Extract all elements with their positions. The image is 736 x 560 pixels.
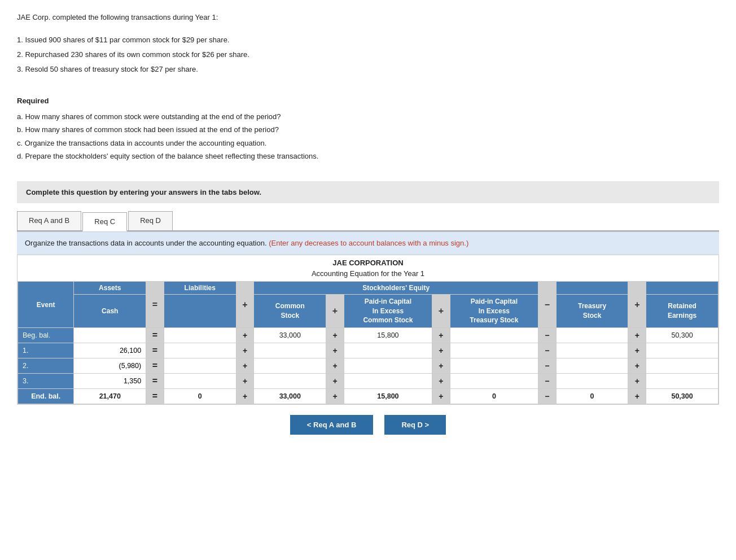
paid-excess-treasury-input[interactable] xyxy=(454,377,535,385)
common-stock-input[interactable] xyxy=(257,362,322,370)
liabilities-cell xyxy=(164,358,236,374)
equals-cell: = xyxy=(146,328,164,343)
retained-earnings-input[interactable] xyxy=(650,377,715,385)
req-item-c: c. Organize the transactions data in acc… xyxy=(17,137,719,150)
instruction-bar: Organize the transactions data in accoun… xyxy=(17,231,719,255)
instruction-text: Organize the transactions data in accoun… xyxy=(25,239,267,247)
cash-cell xyxy=(74,343,146,358)
liabilities-input[interactable] xyxy=(168,362,233,370)
retained-earnings-cell xyxy=(646,374,719,389)
tab-req-a-b[interactable]: Req A and B xyxy=(17,211,81,230)
treasury-stock-input[interactable] xyxy=(560,347,625,355)
paid-excess-treasury-input[interactable] xyxy=(454,347,535,355)
cash-input[interactable] xyxy=(77,331,142,339)
liabilities-input[interactable] xyxy=(168,347,233,355)
minus-cell: − xyxy=(538,389,556,404)
cash-cell xyxy=(74,358,146,374)
common-stock-input[interactable] xyxy=(257,347,322,355)
treasury-stock-cell: 0 xyxy=(556,389,628,404)
treasury-stock-input[interactable] xyxy=(560,331,625,339)
liabilities-sub-header xyxy=(164,294,236,327)
plus2-cell: + xyxy=(326,343,344,358)
liabilities-input[interactable] xyxy=(168,331,233,339)
liabilities-cell xyxy=(164,328,236,343)
retained-earnings-cell xyxy=(646,358,719,374)
cash-input[interactable] xyxy=(77,377,142,385)
plus3-cell: + xyxy=(432,374,450,389)
paid-excess-treasury-input[interactable] xyxy=(454,331,535,339)
equity-header: Stockholders' Equity xyxy=(254,281,538,294)
cash-cell xyxy=(74,328,146,343)
transactions-list: 1. Issued 900 shares of $11 par common s… xyxy=(17,34,719,76)
table-row: Beg. bal.=+33,000+15,800+−+50,300 xyxy=(18,328,719,343)
treasury-stock-input[interactable] xyxy=(560,362,625,370)
tab-req-d[interactable]: Req D xyxy=(128,211,173,230)
common-stock-cell xyxy=(254,374,326,389)
required-section: Required a. How many shares of common st… xyxy=(17,94,719,163)
retained-earnings-input[interactable] xyxy=(650,347,715,355)
event-cell: 1. xyxy=(18,343,74,358)
common-stock-cell xyxy=(254,343,326,358)
intro-section: JAE Corp. completed the following transa… xyxy=(17,11,719,24)
event-cell: 2. xyxy=(18,358,74,374)
paid-excess-treasury-cell xyxy=(450,358,538,374)
req-item-b: b. How many shares of common stock had b… xyxy=(17,123,719,136)
equals-cell: = xyxy=(146,389,164,404)
liabilities-cell xyxy=(164,343,236,358)
plus1-cell: + xyxy=(236,374,254,389)
table-subtitle: Accounting Equation for the Year 1 xyxy=(17,268,719,281)
retained-earnings-header: RetainedEarnings xyxy=(646,294,719,327)
plus3-cell: + xyxy=(432,389,450,404)
paid-excess-common-input[interactable] xyxy=(348,362,428,370)
minus-cell: − xyxy=(538,343,556,358)
equals-cell: = xyxy=(146,358,164,374)
treasury-stock-input[interactable] xyxy=(560,377,625,385)
plus4-cell: + xyxy=(628,328,646,343)
paid-excess-common-cell: 15,800 xyxy=(344,328,432,343)
plus4-header: + xyxy=(628,281,646,327)
treasury-stock-cell xyxy=(556,358,628,374)
retained-earnings-input[interactable] xyxy=(650,362,715,370)
cash-input[interactable] xyxy=(77,347,142,355)
plus2-cell: + xyxy=(326,358,344,374)
minus-cell: − xyxy=(538,358,556,374)
plus4-cell: + xyxy=(628,358,646,374)
event-header: Event xyxy=(18,281,74,327)
tabs-container: Req A and B Req C Req D xyxy=(17,211,719,231)
treasury-stock-cell xyxy=(556,374,628,389)
common-stock-header: CommonStock xyxy=(254,294,326,327)
plus2-sub: + xyxy=(326,294,344,327)
event-cell: Beg. bal. xyxy=(18,328,74,343)
equals-header: = xyxy=(146,281,164,327)
paid-excess-common-header: Paid-in CapitalIn ExcessCommon Stock xyxy=(344,294,432,327)
plus2-cell: + xyxy=(326,328,344,343)
plus4-cell: + xyxy=(628,374,646,389)
treasury-stock-header: TreasuryStock xyxy=(556,294,628,327)
assets-header: Assets xyxy=(74,281,146,294)
paid-excess-treasury-input[interactable] xyxy=(454,362,535,370)
paid-excess-common-cell: 15,800 xyxy=(344,389,432,404)
minus-header: − xyxy=(538,281,556,327)
plus3-cell: + xyxy=(432,343,450,358)
tab-req-c[interactable]: Req C xyxy=(82,212,127,231)
req-item-d: d. Prepare the stockholders' equity sect… xyxy=(17,150,719,163)
paid-excess-treasury-header: Paid-in CapitalIn ExcessTreasury Stock xyxy=(450,294,538,327)
next-button[interactable]: Req D > xyxy=(384,415,446,435)
accounting-equation-table: Event Assets = Liabilities + Stockholder… xyxy=(17,281,719,404)
paid-excess-common-input[interactable] xyxy=(348,377,428,385)
plus4-cell: + xyxy=(628,343,646,358)
minus-cell: − xyxy=(538,328,556,343)
liabilities-cell xyxy=(164,374,236,389)
common-stock-input[interactable] xyxy=(257,377,322,385)
plus3-sub: + xyxy=(432,294,450,327)
intro-heading: JAE Corp. completed the following transa… xyxy=(17,11,719,24)
prev-button[interactable]: < Req A and B xyxy=(290,415,374,435)
paid-excess-common-input[interactable] xyxy=(348,347,428,355)
navigation-buttons: < Req A and B Req D > xyxy=(17,415,719,435)
cash-input[interactable] xyxy=(77,362,142,370)
treasury-header-top xyxy=(556,281,628,294)
paid-excess-treasury-cell: 0 xyxy=(450,389,538,404)
transaction-3: 3. Resold 50 shares of treasury stock fo… xyxy=(17,63,719,76)
plus3-cell: + xyxy=(432,328,450,343)
liabilities-input[interactable] xyxy=(168,377,233,385)
